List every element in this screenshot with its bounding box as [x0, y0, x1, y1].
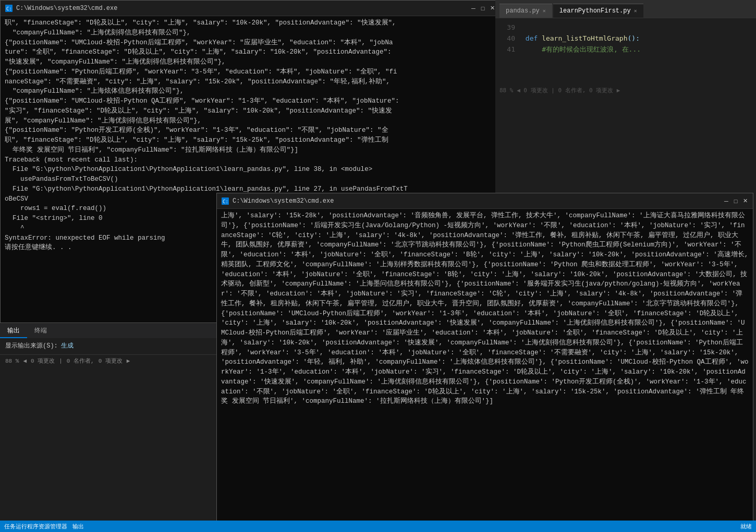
window-controls-2[interactable]: ─ □ ✕	[723, 197, 749, 205]
keyword-def: def	[526, 34, 542, 42]
minimize-btn-2[interactable]: ─	[723, 197, 730, 205]
status-pending: 0 项更改	[99, 357, 123, 365]
maximize-btn-2[interactable]: □	[732, 197, 739, 205]
status-changes: 0 项更改	[31, 357, 55, 365]
bottom-tab-output[interactable]: 输出	[0, 324, 27, 338]
line-num-40: 40	[499, 33, 515, 44]
svg-text:C:: C:	[6, 6, 12, 11]
cmd-icon-2: C:	[221, 197, 229, 205]
statusbar-ready: 就绪	[740, 523, 752, 530]
tab-learnpython-label: learnPythonFirst.py	[559, 7, 631, 15]
status-authors: 0 名作者,	[67, 357, 94, 365]
status-zoom: 88 %	[5, 358, 19, 364]
window-title-2: C:\Windows\system32\cmd.exe	[233, 197, 723, 205]
line-num-41: 41	[499, 44, 515, 55]
statusbar-right: 就绪	[740, 523, 752, 530]
editor-line-40: 40 def learn_listToHtmlGraph():	[499, 33, 752, 44]
cmd-window-2[interactable]: C: C:\Windows\system32\cmd.exe ─ □ ✕ 上海'…	[216, 193, 753, 531]
cmd-icon-1: C:	[5, 4, 13, 13]
statusbar-left: 任务运行程序资源管理器 输出	[4, 523, 84, 530]
editor-footer: 88 % ◀ 0 项更改 | 0 名作者, 0 项更改 ▶	[499, 86, 752, 95]
comment-text: #有的时候会出现红波浪, 在...	[542, 45, 641, 53]
statusbar: 任务运行程序资源管理器 输出 就绪	[0, 521, 756, 532]
cmd-content-2: 上海', 'salary': '15k-28k', 'positionAdvan…	[217, 209, 753, 531]
editor-line-39: 39	[499, 22, 752, 33]
status-divider: |	[59, 358, 63, 364]
bottom-output-content: 显示输出来源(S): 生成	[0, 338, 216, 354]
bottom-tabs[interactable]: 输出 终端	[0, 324, 216, 338]
window-title-1: C:\Windows\system32\cmd.exe	[16, 5, 470, 12]
maximize-btn-1[interactable]: □	[479, 5, 486, 12]
bottom-tab-output-label: 输出	[7, 326, 20, 335]
bottom-panel: 输出 终端 显示输出来源(S): 生成 88 % ◀ 0 项更改 | 0 名作者…	[0, 324, 216, 532]
vscode-editor-area: pandas.py ✕ learnPythonFirst.py ✕ 39 40 …	[495, 0, 756, 193]
status-arrow-left[interactable]: ◀	[23, 357, 27, 364]
close-btn-2[interactable]: ✕	[741, 197, 749, 205]
editor-tabs[interactable]: pandas.py ✕ learnPythonFirst.py ✕	[495, 0, 756, 18]
svg-text:C:: C:	[223, 199, 228, 204]
status-arrow-right[interactable]: ▶	[127, 357, 130, 364]
tab-pandas-label: pandas.py	[506, 7, 540, 15]
changes-info: ◀ 0 项更改 | 0 名作者, 0 项更改 ▶	[517, 87, 620, 94]
output-source-value: 生成	[61, 341, 74, 351]
titlebar-2: C: C:\Windows\system32\cmd.exe ─ □ ✕	[217, 193, 753, 209]
editor-content: 39 40 def learn_listToHtmlGraph(): 41 #有…	[495, 18, 756, 100]
tab-pandas[interactable]: pandas.py ✕	[499, 4, 552, 18]
bottom-tab-terminal[interactable]: 终端	[27, 324, 54, 338]
statusbar-task-runner[interactable]: 任务运行程序资源管理器	[4, 523, 67, 530]
bottom-tab-terminal-label: 终端	[34, 326, 47, 335]
func-name: learn_listToHtmlGraph	[542, 34, 627, 42]
bottom-status-bar: 88 % ◀ 0 项更改 | 0 名作者, 0 项更改 ▶	[0, 354, 216, 367]
window-controls-1[interactable]: ─ □ ✕	[470, 5, 496, 12]
titlebar-1: C: C:\Windows\system32\cmd.exe ─ □ ✕	[1, 1, 500, 16]
minimize-btn-1[interactable]: ─	[470, 5, 477, 12]
tab-pandas-close[interactable]: ✕	[543, 8, 546, 14]
tab-learnpython-close[interactable]: ✕	[634, 8, 637, 14]
output-source-label: 显示输出来源(S):	[5, 341, 58, 351]
close-btn-1[interactable]: ✕	[489, 5, 496, 12]
line-num-39: 39	[499, 22, 515, 33]
output-source-row: 显示输出来源(S): 生成	[5, 341, 211, 351]
tab-learnpython[interactable]: learnPythonFirst.py ✕	[553, 4, 643, 18]
editor-line-41: 41 #有的时候会出现红波浪, 在...	[499, 44, 752, 55]
statusbar-output[interactable]: 输出	[72, 523, 84, 530]
zoom-label: 88 %	[499, 87, 517, 94]
